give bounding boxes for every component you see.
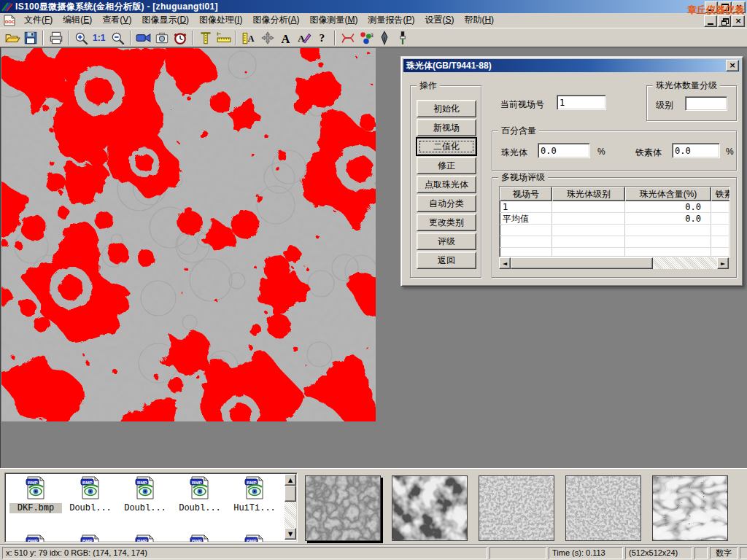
- file-name: Doubl...: [119, 503, 171, 513]
- file-list-vscrollbar[interactable]: ▲ ▼: [285, 474, 296, 540]
- scroll-right-icon[interactable]: ►: [717, 257, 729, 269]
- thumbnail-1[interactable]: [305, 475, 381, 541]
- svg-text:3: 3: [371, 32, 374, 37]
- specimen-image[interactable]: [1, 48, 376, 421]
- rating-cell: [500, 248, 552, 257]
- timer-icon[interactable]: [171, 30, 189, 46]
- minimize-button[interactable]: [705, 1, 718, 13]
- rating-row-3[interactable]: [500, 225, 729, 236]
- spline-curve-icon[interactable]: [338, 30, 357, 46]
- bmp-file-icon: BMP: [244, 476, 266, 499]
- rating-col-header-1[interactable]: 视场号: [500, 187, 552, 201]
- rating-cell: [625, 248, 711, 257]
- annotate-text-icon[interactable]: A: [295, 30, 313, 46]
- menu-item-9[interactable]: 设置(S): [419, 12, 459, 28]
- current-field-input[interactable]: [557, 95, 606, 110]
- video-capture-icon[interactable]: [134, 30, 152, 46]
- file-item-3[interactable]: BMPDoubl...: [119, 476, 171, 513]
- rating-cell: 0.0: [625, 213, 711, 225]
- file-item-1[interactable]: BMPDKF.bmp: [9, 476, 62, 513]
- help-icon[interactable]: ?: [313, 30, 331, 46]
- dialog-close-button[interactable]: ×: [726, 60, 739, 71]
- file-item-row2-2[interactable]: BMP: [64, 534, 117, 542]
- menu-item-3[interactable]: 查看(V): [97, 12, 136, 28]
- grade-input[interactable]: [685, 96, 727, 111]
- classify-icon[interactable]: 3: [357, 30, 375, 46]
- dialog-title-bar[interactable]: 珠光体(GB/T9441-88) ×: [403, 59, 740, 72]
- op-button-1[interactable]: 初始化: [417, 100, 476, 117]
- zoom-in-icon[interactable]: [72, 30, 90, 46]
- pen-icon[interactable]: [375, 30, 393, 46]
- grid-line: [551, 201, 552, 257]
- file-item-row2-5[interactable]: BMP: [228, 534, 281, 542]
- menu-item-7[interactable]: 图像测量(M): [304, 12, 363, 28]
- rating-cell: [711, 248, 730, 257]
- op-button-3[interactable]: 二值化: [417, 138, 476, 155]
- thumbnail-2[interactable]: [392, 475, 468, 541]
- op-button-6[interactable]: 自动分类: [417, 195, 476, 212]
- hscroll-thumb[interactable]: [511, 257, 653, 269]
- grid-line: [500, 236, 729, 236]
- snapshot-icon[interactable]: [152, 30, 171, 46]
- ruler-icon[interactable]: [214, 30, 233, 46]
- scroll-down-icon[interactable]: ▼: [285, 528, 296, 540]
- file-item-4[interactable]: BMPDoubl...: [174, 476, 226, 513]
- mdi-minimize-button[interactable]: [704, 15, 717, 27]
- ferrite-percent-input[interactable]: [672, 143, 720, 158]
- op-button-9[interactable]: 返回: [417, 252, 476, 269]
- rating-col-header-2[interactable]: 珠光体级别: [552, 187, 625, 201]
- file-item-row2-4[interactable]: BMP: [174, 534, 226, 542]
- rating-row-1[interactable]: 10.0: [500, 201, 729, 213]
- menu-item-8[interactable]: 测量报告(P): [363, 12, 419, 28]
- menu-item-1[interactable]: 文件(F): [19, 12, 58, 28]
- rating-row-5[interactable]: [500, 248, 729, 257]
- measure-text-icon[interactable]: A: [240, 30, 258, 46]
- file-item-row2-3[interactable]: BMP: [119, 534, 171, 542]
- op-button-7[interactable]: 更改类别: [417, 214, 476, 231]
- op-button-5[interactable]: 点取珠光体: [417, 176, 476, 193]
- file-name: HuiTi...: [228, 503, 281, 513]
- menu-item-6[interactable]: 图像分析(A): [247, 12, 304, 28]
- op-button-2[interactable]: 新视场: [417, 119, 476, 136]
- caliper-icon[interactable]: [196, 30, 214, 46]
- rating-col-header-4[interactable]: 铁素体含量(%): [711, 187, 730, 201]
- actual-size-icon[interactable]: 1:1: [90, 30, 109, 46]
- mdi-restore-button[interactable]: [718, 15, 731, 27]
- svg-text:A: A: [247, 34, 254, 44]
- text-icon[interactable]: A: [276, 30, 295, 46]
- rating-table-body[interactable]: 10.0平均值0.0: [500, 201, 729, 257]
- scroll-left-icon[interactable]: ◄: [499, 257, 511, 269]
- menu-item-2[interactable]: 编辑(E): [58, 12, 97, 28]
- toolbar: 1:1AAA?3: [0, 28, 747, 47]
- thumbnail-4[interactable]: [565, 475, 641, 541]
- rating-row-4[interactable]: [500, 236, 729, 248]
- zoom-out-icon[interactable]: [109, 30, 127, 46]
- op-button-4[interactable]: 修正: [417, 157, 476, 174]
- rating-cell: [711, 236, 730, 248]
- vscroll-thumb[interactable]: [285, 486, 296, 502]
- mdi-close-button[interactable]: ×: [732, 15, 745, 27]
- pearlite-percent-input[interactable]: [538, 143, 590, 158]
- maximize-button[interactable]: [719, 1, 732, 13]
- move-icon[interactable]: [258, 30, 276, 46]
- print-icon[interactable]: [47, 30, 65, 46]
- file-item-2[interactable]: BMPDoubl...: [64, 476, 117, 513]
- brush-icon[interactable]: [393, 30, 411, 46]
- thumbnail-3[interactable]: [479, 475, 554, 541]
- save-icon[interactable]: [21, 30, 39, 46]
- scroll-up-icon[interactable]: ▲: [285, 474, 296, 486]
- hscroll-track[interactable]: [653, 257, 717, 269]
- file-item-5[interactable]: BMPHuiTi...: [228, 476, 281, 513]
- menu-item-10[interactable]: 帮助(H): [459, 12, 499, 28]
- rating-row-2[interactable]: 平均值0.0: [500, 213, 729, 225]
- close-button[interactable]: ×: [732, 1, 746, 13]
- grade-label: 级别: [656, 99, 673, 112]
- rating-col-header-3[interactable]: 珠光体含量(%): [625, 187, 711, 201]
- op-button-8[interactable]: 评级: [417, 233, 476, 250]
- menu-item-4[interactable]: 图像显示(D): [136, 12, 194, 28]
- rating-table-hscrollbar[interactable]: ◄ ►: [499, 257, 729, 269]
- open-file-icon[interactable]: [3, 30, 21, 46]
- file-item-row2-1[interactable]: BMP: [9, 534, 62, 542]
- menu-item-5[interactable]: 图像处理(I): [194, 12, 247, 28]
- thumbnail-5[interactable]: [652, 475, 728, 541]
